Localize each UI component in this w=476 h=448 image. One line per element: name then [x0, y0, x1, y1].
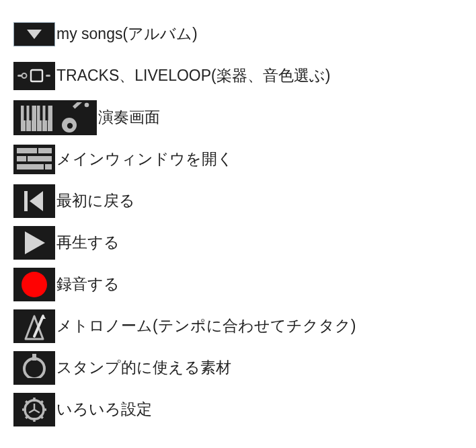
record-icon [13, 268, 55, 301]
item-label: my songs(アルバム) [56, 24, 463, 44]
svg-line-47 [29, 410, 34, 413]
play-icon [13, 226, 55, 260]
icon-legend-list: my songs(アルバム) TRACKS、LIVELOOP(楽器、音色選ぶ) [13, 13, 463, 431]
svg-marker-32 [40, 314, 46, 319]
list-item: 最初に戻る [13, 180, 463, 222]
down-triangle-icon [13, 22, 55, 46]
item-label: 再生する [56, 233, 463, 253]
item-label: メインウィンドウを開く [56, 149, 463, 170]
svg-point-17 [67, 123, 73, 128]
metronome-icon [13, 309, 55, 343]
svg-rect-22 [17, 156, 26, 161]
svg-rect-11 [48, 106, 52, 131]
item-label: 最初に戻る [56, 191, 463, 211]
svg-point-33 [24, 359, 44, 379]
gear-icon [13, 393, 55, 426]
svg-point-2 [22, 73, 27, 78]
svg-rect-26 [24, 191, 28, 211]
loop-ring-icon [13, 351, 55, 385]
list-item: 録音する [13, 264, 463, 305]
svg-rect-14 [40, 106, 43, 120]
item-label: 演奏画面 [98, 108, 463, 128]
svg-rect-24 [17, 164, 44, 170]
svg-rect-4 [46, 75, 50, 77]
svg-marker-28 [25, 231, 45, 254]
svg-rect-20 [17, 148, 37, 153]
svg-rect-18 [73, 102, 85, 109]
item-label: いろいろ設定 [56, 400, 463, 420]
svg-rect-12 [24, 106, 27, 120]
svg-rect-34 [32, 354, 36, 361]
tracks-icon [13, 62, 55, 90]
segments-icon [13, 145, 55, 174]
list-item: メインウィンドウを開く [13, 139, 463, 180]
svg-rect-35 [20, 378, 48, 381]
svg-rect-8 [32, 106, 36, 131]
svg-rect-23 [28, 156, 52, 161]
list-item: 再生する [13, 222, 463, 264]
skip-start-icon [13, 184, 55, 218]
item-label: 録音する [56, 274, 463, 295]
svg-point-19 [85, 103, 89, 108]
item-label: TRACKS、LIVELOOP(楽器、音色選ぶ) [56, 66, 463, 86]
item-label: スタンプ的に使える素材 [56, 358, 463, 378]
list-item: スタンプ的に使える素材 [13, 347, 463, 389]
svg-rect-25 [45, 164, 52, 170]
svg-point-29 [22, 272, 47, 297]
svg-rect-15 [46, 106, 48, 120]
list-item: メトロノーム(テンポに合わせてチクタク) [13, 305, 463, 347]
svg-marker-27 [30, 191, 43, 211]
list-item: TRACKS、LIVELOOP(楽器、音色選ぶ) [13, 55, 463, 97]
svg-marker-0 [27, 30, 42, 39]
svg-line-46 [34, 410, 40, 413]
list-item: 演奏画面 [13, 97, 463, 139]
svg-rect-13 [30, 106, 32, 120]
list-item: いろいろ設定 [13, 389, 463, 431]
svg-rect-21 [38, 148, 52, 153]
item-label: メトロノーム(テンポに合わせてチクタク) [56, 316, 463, 336]
list-item: my songs(アルバム) [13, 13, 463, 55]
svg-rect-3 [31, 70, 42, 81]
piano-guitar-icon [13, 100, 97, 135]
